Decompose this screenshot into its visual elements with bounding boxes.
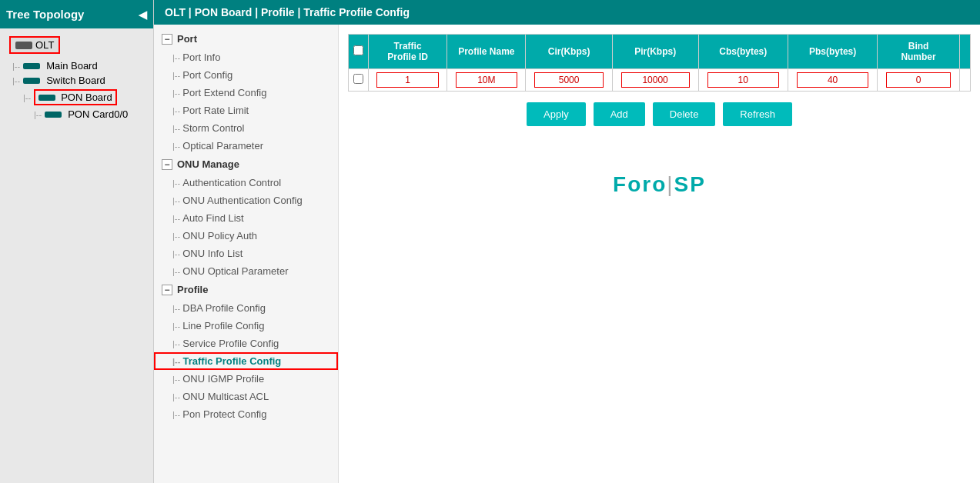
nav-item-line-profile[interactable]: Line Profile Config	[154, 317, 338, 335]
nav-item-onu-optical-param[interactable]: ONU Optical Parameter	[154, 262, 338, 280]
port-items: Port Info Port Config Port Extend Config…	[154, 48, 338, 155]
table-row	[349, 69, 971, 92]
onu-expand-icon: −	[162, 159, 172, 170]
watermark-suffix: SP	[674, 172, 706, 196]
input-cir[interactable]	[534, 72, 603, 88]
nav-section-port[interactable]: − Port	[154, 29, 338, 48]
sidebar-item-switch-board[interactable]: |-- Switch Board	[0, 73, 153, 88]
main-board-label: Main Board	[46, 60, 97, 72]
nav-section-profile[interactable]: − Profile	[154, 280, 338, 299]
port-expand-icon: −	[162, 34, 172, 45]
nav-panel: − Port Port Info Port Config Port Extend…	[154, 25, 339, 483]
nav-item-port-info[interactable]: Port Info	[154, 48, 338, 66]
tree-connector: |--	[12, 62, 20, 71]
nav-item-dba-profile[interactable]: DBA Profile Config	[154, 299, 338, 317]
pon-board-label: PON Board	[61, 92, 112, 103]
sidebar-item-main-board[interactable]: |-- Main Board	[0, 58, 153, 73]
col-bind-number: BindNumber	[878, 35, 960, 69]
cell-profile-name	[447, 69, 526, 92]
nav-item-traffic-profile[interactable]: Traffic Profile Config	[154, 352, 338, 370]
switch-board-icon	[23, 78, 40, 84]
tree-connector2: |--	[12, 76, 20, 85]
col-checkbox	[349, 35, 369, 69]
table-area: TrafficProfile ID Profile Name Cir(Kbps)…	[339, 25, 980, 483]
sidebar-collapse-arrow[interactable]: ◀	[139, 8, 147, 21]
nav-item-onu-policy-auth[interactable]: ONU Policy Auth	[154, 227, 338, 245]
col-pir: Pir(Kbps)	[612, 35, 698, 69]
sidebar: Tree Topology ◀ OLT |-- Main Board |-- S…	[0, 0, 154, 483]
nav-item-port-extend-config[interactable]: Port Extend Config	[154, 84, 338, 102]
scrollbar-header	[960, 35, 971, 69]
sidebar-title: Tree Topology	[6, 8, 84, 21]
nav-item-service-profile[interactable]: Service Profile Config	[154, 335, 338, 352]
cell-cir	[526, 69, 612, 92]
cell-pbs	[788, 69, 878, 92]
tree-connector3: |--	[23, 93, 31, 102]
nav-section-onu-manage[interactable]: − ONU Manage	[154, 155, 338, 174]
cell-cbs	[698, 69, 788, 92]
main-panel: OLT | PON Board | Profile | Traffic Prof…	[154, 0, 980, 483]
nav-item-auth-control[interactable]: Authentication Control	[154, 174, 338, 192]
nav-item-port-rate-limit[interactable]: Port Rate Limit	[154, 102, 338, 119]
sidebar-item-pon-board[interactable]: |-- PON Board	[0, 88, 153, 107]
olt-label: OLT	[35, 39, 54, 51]
input-profile-name[interactable]	[456, 72, 517, 88]
nav-item-onu-auth-config[interactable]: ONU Authentication Config	[154, 192, 338, 209]
olt-node[interactable]: OLT	[9, 36, 60, 54]
delete-button[interactable]: Delete	[653, 102, 716, 126]
breadcrumb: OLT | PON Board | Profile | Traffic Prof…	[154, 0, 980, 25]
input-pbs[interactable]	[797, 72, 868, 88]
input-bind-number[interactable]	[886, 72, 952, 88]
apply-button[interactable]: Apply	[527, 102, 586, 126]
row-checkbox[interactable]	[353, 74, 363, 84]
add-button[interactable]: Add	[594, 102, 645, 126]
main-board-icon	[23, 63, 40, 69]
row-checkbox-cell	[349, 69, 369, 92]
button-row: Apply Add Delete Refresh	[348, 102, 971, 126]
cell-pir	[612, 69, 698, 92]
col-pbs: Pbs(bytes)	[788, 35, 878, 69]
tree-connector4: |--	[34, 110, 42, 119]
pon-board-box: PON Board	[34, 89, 116, 105]
content-area: − Port Port Info Port Config Port Extend…	[154, 25, 980, 483]
nav-item-optical-parameter[interactable]: Optical Parameter	[154, 137, 338, 155]
olt-device-icon	[15, 42, 32, 49]
watermark-prefix: Foro	[613, 172, 667, 196]
input-pir[interactable]	[621, 72, 690, 88]
cell-bind-number	[878, 69, 960, 92]
switch-board-label: Switch Board	[46, 75, 105, 86]
col-profile-name: Profile Name	[447, 35, 526, 69]
nav-item-auto-find-list[interactable]: Auto Find List	[154, 209, 338, 227]
pon-card-icon	[45, 112, 62, 118]
profile-expand-icon: −	[162, 285, 172, 295]
input-traffic-profile-id[interactable]	[376, 72, 438, 88]
onu-manage-items: Authentication Control ONU Authenticatio…	[154, 174, 338, 280]
olt-node-container: OLT	[0, 28, 153, 58]
nav-item-onu-multicast-acl[interactable]: ONU Multicast ACL	[154, 388, 338, 405]
profile-items: DBA Profile Config Line Profile Config S…	[154, 299, 338, 423]
watermark: Foro|SP	[348, 172, 971, 197]
input-cbs[interactable]	[707, 72, 779, 88]
pon-board-icon	[38, 95, 55, 101]
sidebar-item-pon-card[interactable]: |-- PON Card0/0	[0, 107, 153, 122]
nav-item-onu-info-list[interactable]: ONU Info List	[154, 245, 338, 262]
port-section-label: Port	[177, 33, 197, 45]
col-traffic-profile-id: TrafficProfile ID	[369, 35, 447, 69]
nav-item-pon-protect[interactable]: Pon Protect Config	[154, 405, 338, 423]
pon-card-label: PON Card0/0	[68, 108, 128, 120]
col-cir: Cir(Kbps)	[526, 35, 612, 69]
traffic-profile-table: TrafficProfile ID Profile Name Cir(Kbps)…	[348, 34, 971, 92]
nav-item-onu-igmp-profile[interactable]: ONU IGMP Profile	[154, 370, 338, 388]
profile-section-label: Profile	[177, 284, 208, 295]
col-cbs: Cbs(bytes)	[698, 35, 788, 69]
nav-item-port-config[interactable]: Port Config	[154, 66, 338, 84]
cell-traffic-profile-id	[369, 69, 447, 92]
scrollbar-cell	[960, 69, 971, 92]
nav-item-storm-control[interactable]: Storm Control	[154, 119, 338, 137]
refresh-button[interactable]: Refresh	[723, 102, 792, 126]
select-all-checkbox[interactable]	[353, 45, 363, 55]
onu-manage-label: ONU Manage	[177, 158, 239, 170]
sidebar-header: Tree Topology ◀	[0, 0, 153, 28]
